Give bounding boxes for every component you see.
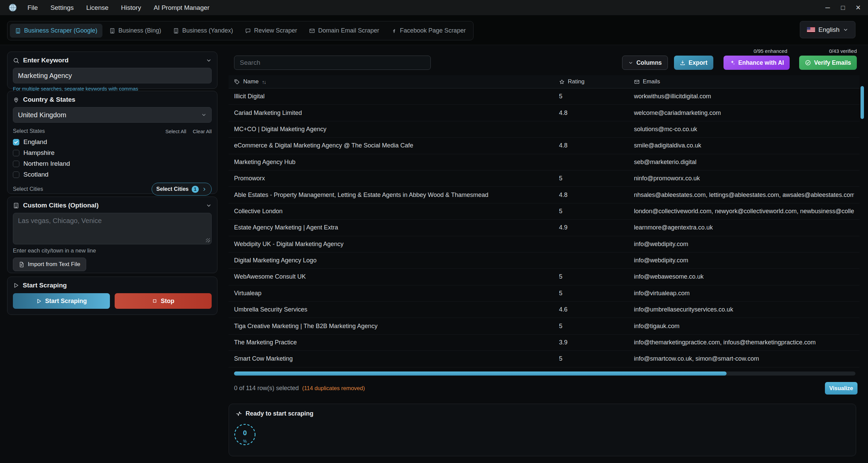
check-circle-icon [805,60,811,66]
table-row[interactable]: Promoworx5ninfo@promoworx.co.uk [229,170,860,187]
state-label: Scotland [23,171,49,178]
table-row[interactable]: Umbrella Security Services4.6info@umbrel… [229,302,860,318]
cell-rating: 5 [559,175,634,182]
cell-rating: 5 [559,208,634,215]
state-checkbox-scotland[interactable] [13,172,19,178]
enhance-with-ai-button[interactable]: Enhance with AI [724,56,790,70]
select-all-link[interactable]: Select All [165,128,186,134]
menu-item-file[interactable]: File [27,4,38,12]
tab-business-bing[interactable]: Business (Bing) [104,24,166,38]
table-row[interactable]: Cariad Marketing Limited4.8welcome@caria… [229,105,860,121]
table-row[interactable]: Virtualeap5info@virtualeap.com [229,285,860,302]
tab-label: Business (Bing) [118,27,161,34]
tab-facebook-page-scraper[interactable]: Facebook Page Scraper [386,24,471,38]
maximize-button[interactable]: □ [839,4,847,12]
column-header-name[interactable]: Name ↑↓ [234,78,559,85]
chevron-down-icon [843,27,848,33]
menu-item-ai-prompt-manager[interactable]: AI Prompt Manager [154,4,210,12]
cell-emails: info@webawesome.co.uk [634,273,854,280]
table-row[interactable]: WebAwesome Consult UK5info@webawesome.co… [229,269,860,285]
state-checkbox-northern-ireland[interactable] [13,161,19,167]
cell-emails: ninfo@promoworx.co.uk [634,175,854,182]
keyword-input[interactable] [13,68,212,83]
column-header-emails[interactable]: Emails [634,78,854,85]
tab-label: Review Scraper [254,27,297,34]
table-row[interactable]: Digital Marketing Agency Logoinfo@webdip… [229,253,860,269]
state-row-northern-ireland: Northern Ireland [13,160,212,167]
language-selector[interactable]: English [800,21,855,38]
enhanced-count: 0/95 enhanced [754,48,787,54]
search-input[interactable] [234,56,431,70]
tab-business-yandex[interactable]: Business (Yandex) [168,24,238,38]
play-icon [36,298,42,304]
cell-rating: 5 [559,290,634,297]
table-row[interactable]: eCommerce & Digital Marketing Agency @ T… [229,138,860,154]
rows-selected-text: 0 of 114 row(s) selected [234,385,299,392]
stop-button[interactable]: Stop [115,293,212,309]
progress-ring: 0 % [234,423,256,446]
location-card-header[interactable]: Country & States [13,96,212,103]
selection-footer: 0 of 114 row(s) selected (114 duplicates… [229,381,860,395]
verified-count: 0/43 verified [829,48,857,54]
table-row[interactable]: Estate Agency Marketing | Agent Extra4.9… [229,220,860,236]
menu-item-license[interactable]: License [86,4,109,12]
cell-name: MC+CO | Digital Maketing Agency [234,126,559,133]
table-toolbar: Columns Export Enhance with AI Verify Em… [229,56,860,70]
start-scraping-header: Start Scraping [13,282,212,289]
cell-name: eCommerce & Digital Marketing Agency @ T… [234,142,559,149]
table-row[interactable]: Collective London5london@collectiveworld… [229,203,860,220]
visualize-button[interactable]: Visualize [825,382,857,395]
import-text-file-button[interactable]: Import from Text File [13,258,86,271]
state-checkbox-england[interactable] [13,139,19,145]
mail-icon [309,28,315,34]
emails-header-label: Emails [643,78,660,85]
select-cities-button-label: Select Cities [156,186,189,192]
columns-button[interactable]: Columns [622,56,668,70]
tab-review-scraper[interactable]: Review Scraper [240,24,302,38]
close-button[interactable]: ✕ [854,4,862,12]
stop-button-label: Stop [161,298,174,305]
table-row[interactable]: Smart Cow Marketing5info@smartcow.co.uk,… [229,351,860,367]
table-row[interactable]: Able Estates - Property Management, Lett… [229,187,860,203]
keyword-card-header[interactable]: Enter Keyword [13,57,212,64]
custom-cities-textarea[interactable] [13,213,212,244]
menu-items: FileSettingsLicenseHistoryAI Prompt Mana… [27,4,210,12]
cell-emails: info@tigauk.com [634,323,854,330]
tab-domain-email-scraper[interactable]: Domain Email Scraper [304,24,384,38]
columns-button-label: Columns [636,59,662,66]
table-row[interactable]: Marketing Agency Hubseb@marketerio.digit… [229,154,860,170]
cell-rating: 5 [559,323,634,330]
resize-handle[interactable] [206,238,210,242]
cell-emails: nhsales@ableestates.com, lettings@ablees… [634,192,854,199]
country-select[interactable]: United Kingdom [13,107,212,123]
tab-business-scraper-google[interactable]: Business Scraper (Google) [10,24,102,38]
select-cities-button[interactable]: Select Cities 1 [152,183,212,196]
status-message: Ready to start scraping [246,410,313,417]
vertical-scrollbar[interactable] [861,86,864,119]
menu-item-history[interactable]: History [121,4,141,12]
table-row[interactable]: MC+CO | Digital Maketing Agencysolutions… [229,121,860,138]
sort-icon[interactable]: ↑↓ [262,79,266,85]
cell-emails: smile@adigitaldiva.co.uk [634,142,854,149]
verify-emails-button[interactable]: Verify Emails [799,56,857,70]
cell-emails: info@themarketingpractice.com, infous@th… [634,339,854,346]
start-scraping-button[interactable]: Start Scraping [13,293,110,309]
clear-all-link[interactable]: Clear All [193,128,212,134]
cell-name: Virtualeap [234,290,559,297]
table-row[interactable]: The Marketing Practice3.9info@themarketi… [229,335,860,351]
custom-cities-header[interactable]: Custom Cities (Optional) [13,202,212,209]
horizontal-scrollbar-track[interactable] [234,371,855,376]
export-button[interactable]: Export [674,56,713,70]
menu-item-settings[interactable]: Settings [51,4,74,12]
table-row[interactable]: Webdipity UK - Digital Marketing Agencyi… [229,236,860,253]
cell-name: Digital Marketing Agency Logo [234,257,559,264]
minimize-button[interactable]: ─ [824,4,831,12]
table-row[interactable]: Tiga Creative Marketing | The B2B Market… [229,318,860,334]
custom-cities-hint: Enter each city/town in a new line [13,247,212,254]
state-checkbox-hampshire[interactable] [13,150,19,156]
column-header-rating[interactable]: Rating [559,78,634,85]
sparkles-icon [729,60,735,66]
cell-rating: 4.8 [559,192,634,199]
table-row[interactable]: Illicit Digital5workwithus@illicitdigita… [229,88,860,105]
horizontal-scrollbar-thumb[interactable] [234,371,727,376]
